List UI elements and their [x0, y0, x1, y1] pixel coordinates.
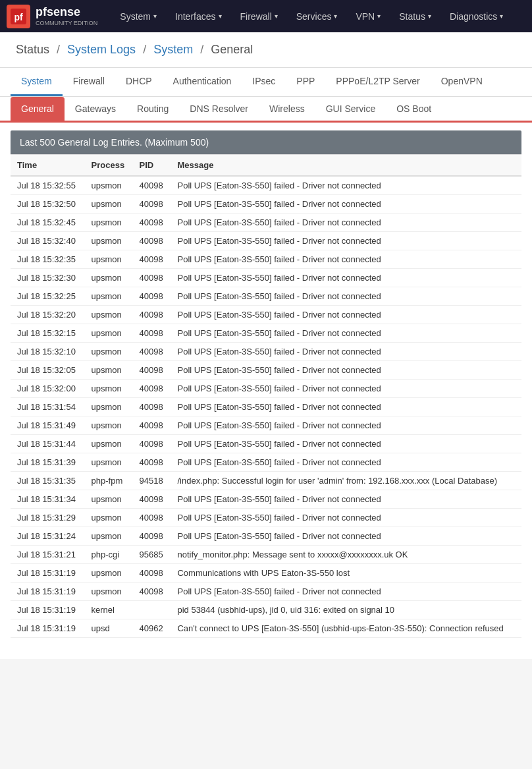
cell-time: Jul 18 15:31:19 [11, 619, 85, 638]
cell-process: upsmon [85, 380, 133, 398]
cell-pid: 40098 [132, 232, 171, 250]
tab1-pppoe-l2tp-server[interactable]: PPPoE/L2TP Server [325, 68, 430, 96]
cell-time: Jul 18 15:32:10 [11, 343, 85, 361]
tab2-os-boot[interactable]: OS Boot [386, 97, 442, 121]
cell-time: Jul 18 15:31:34 [11, 490, 85, 509]
cell-process: php-cgi [85, 546, 133, 564]
cell-pid: 40098 [132, 269, 171, 287]
cell-process: upsmon [85, 232, 133, 250]
nav-item-firewall[interactable]: Firewall▾ [231, 0, 287, 32]
cell-process: upsmon [85, 490, 133, 509]
cell-pid: 40098 [132, 361, 171, 380]
cell-process: upsmon [85, 306, 133, 324]
cell-time: Jul 18 15:31:19 [11, 583, 85, 601]
tab2-general[interactable]: General [11, 97, 65, 121]
breadcrumb-general: General [211, 43, 253, 56]
cell-pid: 40098 [132, 435, 171, 453]
cell-message: Poll UPS [Eaton-3S-550] failed - Driver … [171, 324, 521, 343]
nav-arrow-services: ▾ [334, 13, 337, 20]
cell-process: upsmon [85, 176, 133, 195]
table-body: Jul 18 15:32:55upsmon40098Poll UPS [Eato… [11, 176, 521, 638]
tab1-ppp[interactable]: PPP [286, 68, 325, 96]
tab2-gui-service[interactable]: GUI Service [315, 97, 386, 121]
breadcrumb-status: Status [16, 43, 49, 56]
cell-time: Jul 18 15:31:49 [11, 416, 85, 435]
tab1-ipsec[interactable]: IPsec [242, 68, 286, 96]
cell-message: Poll UPS [Eaton-3S-550] failed - Driver … [171, 509, 521, 527]
cell-pid: 40098 [132, 583, 171, 601]
nav-item-services[interactable]: Services▾ [287, 0, 347, 32]
table-row: Jul 18 15:31:19kernelpid 53844 (usbhid-u… [11, 601, 521, 619]
cell-pid: 40098 [132, 398, 171, 416]
table-row: Jul 18 15:31:49upsmon40098Poll UPS [Eato… [11, 416, 521, 435]
tab1-openvpn[interactable]: OpenVPN [431, 68, 493, 96]
table-row: Jul 18 15:32:35upsmon40098Poll UPS [Eato… [11, 250, 521, 269]
cell-message: Poll UPS [Eaton-3S-550] failed - Driver … [171, 306, 521, 324]
cell-message: notify_monitor.php: Message sent to xxxx… [171, 546, 521, 564]
cell-process: upsmon [85, 250, 133, 269]
cell-message: Communications with UPS Eaton-3S-550 los… [171, 564, 521, 583]
cell-process: upsmon [85, 398, 133, 416]
nav-arrow-firewall: ▾ [275, 13, 278, 20]
nav-arrow-vpn: ▾ [377, 13, 381, 20]
table-row: Jul 18 15:32:50upsmon40098Poll UPS [Eato… [11, 195, 521, 214]
cell-time: Jul 18 15:31:19 [11, 564, 85, 583]
content: SystemFirewallDHCPAuthenticationIPsecPPP… [0, 68, 532, 659]
brand-logo: pf [7, 5, 30, 28]
nav-item-system[interactable]: System▾ [111, 0, 166, 32]
cell-message: /index.php: Successful login for user 'a… [171, 472, 521, 490]
table-row: Jul 18 15:32:25upsmon40098Poll UPS [Eato… [11, 287, 521, 306]
tab2-gateways[interactable]: Gateways [65, 97, 126, 121]
cell-message: pid 53844 (usbhid-ups), jid 0, uid 316: … [171, 601, 521, 619]
tab2-wireless[interactable]: Wireless [259, 97, 315, 121]
log-header: Last 500 General Log Entries. (Maximum 5… [11, 130, 521, 154]
table-row: Jul 18 15:32:00upsmon40098Poll UPS [Eato… [11, 380, 521, 398]
cell-message: Poll UPS [Eaton-3S-550] failed - Driver … [171, 416, 521, 435]
breadcrumb-system-logs[interactable]: System Logs [67, 43, 136, 56]
cell-process: upsmon [85, 435, 133, 453]
table-row: Jul 18 15:32:10upsmon40098Poll UPS [Eato… [11, 343, 521, 361]
cell-process: upsmon [85, 287, 133, 306]
cell-time: Jul 18 15:31:19 [11, 601, 85, 619]
cell-message: Poll UPS [Eaton-3S-550] failed - Driver … [171, 453, 521, 472]
breadcrumb-system[interactable]: System [153, 43, 193, 56]
tab2-dns-resolver[interactable]: DNS Resolver [179, 97, 259, 121]
cell-process: upsmon [85, 527, 133, 546]
cell-process: upsmon [85, 509, 133, 527]
cell-time: Jul 18 15:31:29 [11, 509, 85, 527]
nav-items: System▾Interfaces▾Firewall▾Services▾VPN▾… [111, 0, 512, 32]
cell-process: upsmon [85, 269, 133, 287]
cell-time: Jul 18 15:32:55 [11, 176, 85, 195]
nav-item-vpn[interactable]: VPN▾ [346, 0, 390, 32]
cell-message: Poll UPS [Eaton-3S-550] failed - Driver … [171, 214, 521, 232]
nav-arrow-diagnostics: ▾ [500, 13, 503, 20]
nav-arrow-interfaces: ▾ [219, 13, 222, 20]
nav-item-diagnostics[interactable]: Diagnostics▾ [440, 0, 512, 32]
navbar: pf pfsense COMMUNITY EDITION System▾Inte… [0, 0, 532, 32]
tab2-routing[interactable]: Routing [126, 97, 179, 121]
cell-message: Poll UPS [Eaton-3S-550] failed - Driver … [171, 195, 521, 214]
nav-item-interfaces[interactable]: Interfaces▾ [166, 0, 230, 32]
cell-time: Jul 18 15:32:25 [11, 287, 85, 306]
cell-pid: 40098 [132, 490, 171, 509]
table-head: TimeProcessPIDMessage [11, 155, 521, 177]
table-row: Jul 18 15:31:19upsmon40098Poll UPS [Eato… [11, 583, 521, 601]
cell-pid: 95685 [132, 546, 171, 564]
col-time: Time [11, 155, 85, 177]
nav-item-status[interactable]: Status▾ [390, 0, 440, 32]
cell-pid: 40098 [132, 306, 171, 324]
table-row: Jul 18 15:32:05upsmon40098Poll UPS [Eato… [11, 361, 521, 380]
tab1-authentication[interactable]: Authentication [163, 68, 242, 96]
cell-time: Jul 18 15:31:24 [11, 527, 85, 546]
breadcrumb: Status / System Logs / System / General [16, 43, 516, 57]
cell-pid: 40098 [132, 250, 171, 269]
cell-pid: 40098 [132, 176, 171, 195]
table-row: Jul 18 15:31:21php-cgi95685notify_monito… [11, 546, 521, 564]
tab1-system[interactable]: System [11, 68, 63, 96]
table-row: Jul 18 15:31:44upsmon40098Poll UPS [Eato… [11, 435, 521, 453]
cell-message: Poll UPS [Eaton-3S-550] failed - Driver … [171, 435, 521, 453]
tab1-dhcp[interactable]: DHCP [115, 68, 163, 96]
cell-pid: 40098 [132, 509, 171, 527]
tab1-firewall[interactable]: Firewall [63, 68, 115, 96]
nav-arrow-status: ▾ [428, 13, 431, 20]
